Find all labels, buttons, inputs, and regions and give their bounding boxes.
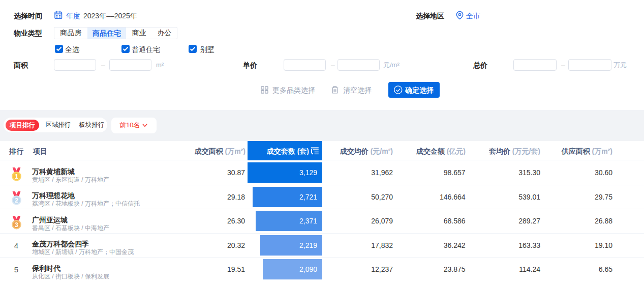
svg-text:3: 3 — [15, 221, 18, 228]
svg-text:1: 1 — [15, 173, 18, 180]
svg-text:2: 2 — [15, 197, 18, 204]
